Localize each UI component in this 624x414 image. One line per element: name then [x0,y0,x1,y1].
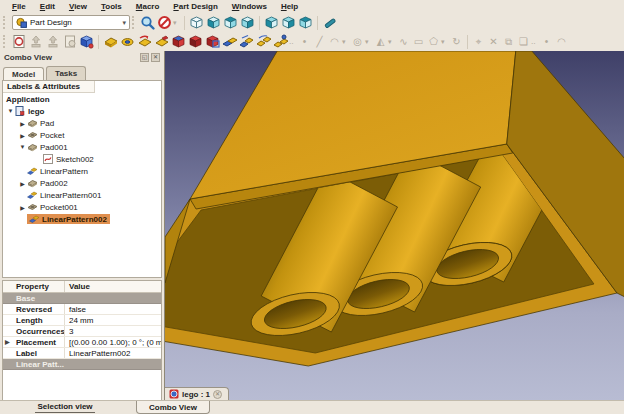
tree-header: Labels & Attributes [3,81,95,93]
menu-file[interactable]: File [6,1,32,12]
sketch-polygon-icon: ⬠ [426,36,441,47]
menu-part-design[interactable]: Part Design [167,1,223,12]
sketch-coords-icon: ⌖ [471,36,486,48]
pad-icon [27,118,38,128]
property-row-label[interactable]: Label LinearPattern002 [3,348,161,359]
property-group-linear-pattern[interactable]: Linear Patt... [3,359,161,370]
sketch-point-icon: • [297,36,312,47]
property-row-occurrences[interactable]: Occurrences 3 [3,326,161,337]
additive-primitive-icon[interactable] [170,33,187,50]
sketch-icon [43,154,54,164]
float-panel-button[interactable]: ◱ [140,53,149,62]
left-view-icon[interactable] [297,14,314,31]
pad-icon [27,142,38,152]
selection-view-tab[interactable]: Selection view [0,401,130,414]
multitransform-icon[interactable] [272,33,289,50]
property-row-placement[interactable]: ▶Placement [(0.00 0.00 1.00); 0 °; (0 mm… [3,337,161,348]
tree-item-pocket[interactable]: ▶ Pocket [3,129,161,141]
export-alt-icon[interactable] [44,33,61,50]
pocket-icon [27,130,38,140]
tree-item-linearpattern002[interactable]: LinearPattern002 [3,213,161,225]
tree-item-pad002[interactable]: ▶ Pad002 [3,177,161,189]
tree-item-pocket001[interactable]: ▶ Pocket001 [3,201,161,213]
chevron-down-icon[interactable]: ▾ [173,19,181,27]
linear-pattern-icon[interactable] [238,33,255,50]
menu-help[interactable]: Help [275,1,304,12]
expander-closed-icon[interactable]: ▶ [18,204,27,211]
tab-tasks[interactable]: Tasks [46,66,86,80]
draw-style-icon[interactable] [156,14,173,31]
groove-icon[interactable] [136,33,153,50]
chevron-down-icon: ▾ [122,19,126,27]
expander-closed-icon[interactable]: ▶ [18,180,27,187]
sketch-endarc-icon: ◠ [554,36,569,47]
tree-item-linearpattern[interactable]: LinearPattern [3,165,161,177]
tree-item-pad[interactable]: ▶ Pad [3,117,161,129]
print-preview-icon[interactable] [61,33,78,50]
tab-model[interactable]: Model [3,67,44,81]
right-view-icon[interactable] [239,14,256,31]
expander-closed-icon[interactable]: ▶ [18,132,27,139]
revolution-icon[interactable] [119,33,136,50]
menu-edit[interactable]: Edit [34,1,61,12]
top-view-icon[interactable] [222,14,239,31]
bottom-view-icon[interactable] [280,14,297,31]
export-icon[interactable] [27,33,44,50]
tree-item-lego[interactable]: ▼ lego [3,105,161,117]
toolbar-separator [184,16,185,30]
menu-macro[interactable]: Macro [130,1,166,12]
workbench-selector[interactable]: Part Design ▾ [12,15,130,30]
whats-this-icon[interactable] [10,33,27,50]
close-document-icon[interactable]: ✕ [213,390,222,399]
create-body-icon[interactable] [78,33,95,50]
subtractive-primitive-icon[interactable] [187,33,204,50]
expander-open-icon[interactable]: ▼ [18,144,27,150]
expander-closed-icon[interactable]: ▶ [18,120,27,127]
rear-view-icon[interactable] [263,14,280,31]
toolbar-grip[interactable] [3,16,7,29]
boolean-icon[interactable] [204,33,221,50]
sketch-arc-icon: ◠ [327,36,342,47]
combo-view-panel: Combo View ◱ ✕ Model Tasks Labels & Attr… [0,51,164,400]
workbench-label: Part Design [30,18,119,27]
chevron-down-icon: ▾ [388,38,396,46]
combo-view-title: Combo View [4,53,138,62]
toolbar-grip[interactable] [3,35,7,48]
property-column-header[interactable]: Property [3,281,65,292]
expander-open-icon[interactable]: ▼ [6,108,15,114]
close-panel-button[interactable]: ✕ [151,53,160,62]
document-tab[interactable]: lego : 1 ✕ [165,387,229,400]
tree-root[interactable]: Application [3,93,161,105]
front-view-icon[interactable] [205,14,222,31]
property-group-base[interactable]: Base [3,293,161,304]
axonometric-view-icon[interactable] [188,14,205,31]
tree-item-sketch002[interactable]: Sketch002 [3,153,161,165]
model-tree: Labels & Attributes Application ▼ lego ▶… [2,80,162,278]
combo-view-tab[interactable]: Combo View [136,401,210,414]
menu-windows[interactable]: Windows [226,1,273,12]
toolbar-overflow-dots[interactable]: ‥ [289,38,297,46]
draft-icon[interactable] [153,33,170,50]
measure-icon[interactable] [321,14,338,31]
toolbar-separator [98,35,99,49]
chevron-down-icon: ▾ [365,38,373,46]
tree-item-linearpattern001[interactable]: LinearPattern001 [3,189,161,201]
sketch-point2-icon: • [539,36,554,47]
expander-closed-icon[interactable]: ▶ [5,337,10,347]
mirrored-icon[interactable] [221,33,238,50]
property-row-reversed[interactable]: Reversed false [3,304,161,315]
tree-item-pad001[interactable]: ▼ Pad001 [3,141,161,153]
3d-viewport[interactable]: lego : 1 ✕ [164,51,624,400]
pad-icon[interactable] [102,33,119,50]
fit-all-icon[interactable] [139,14,156,31]
menu-tools[interactable]: Tools [95,1,128,12]
freecad-document-icon [169,389,179,399]
value-column-header[interactable]: Value [65,281,161,292]
sketch-line-icon: ╱ [312,36,327,47]
toolbar-grip[interactable] [132,16,136,29]
polar-pattern-icon[interactable] [255,33,272,50]
property-row-length[interactable]: Length 24 mm [3,315,161,326]
menu-view[interactable]: View [63,1,93,12]
3d-scene[interactable] [165,51,624,400]
sketch-bspline-icon: ∿ [396,36,411,47]
